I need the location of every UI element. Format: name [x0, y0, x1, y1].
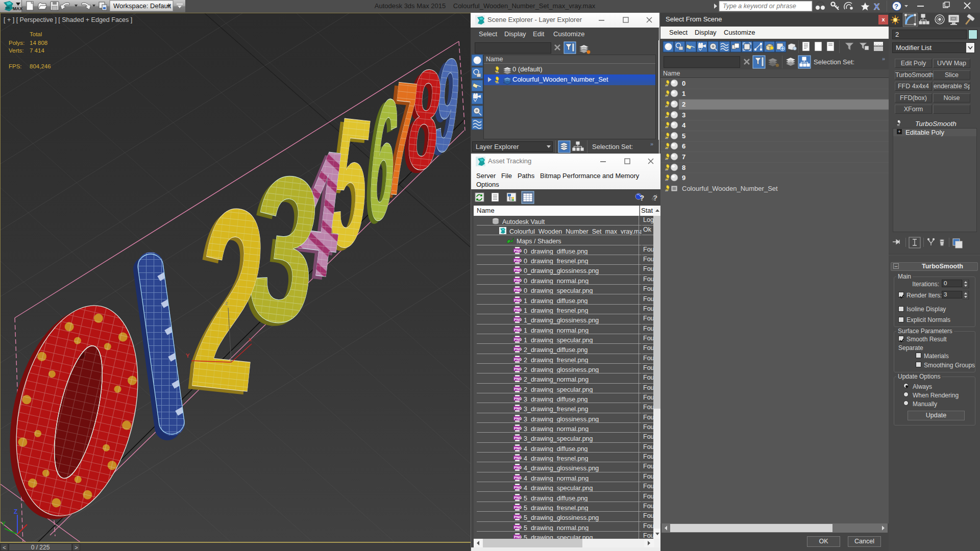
- svg-text:PNG: PNG: [514, 525, 522, 529]
- svg-text:1: 1: [682, 90, 685, 97]
- svg-text:PNG: PNG: [514, 427, 522, 430]
- svg-text:0: 0: [682, 80, 685, 87]
- svg-text:Z: Z: [14, 508, 17, 515]
- svg-text:PNG: PNG: [514, 397, 522, 400]
- svg-text:PNG: PNG: [514, 268, 522, 272]
- svg-text:2: 2: [682, 101, 685, 108]
- svg-text:PNG: PNG: [514, 506, 522, 509]
- svg-text:7: 7: [682, 153, 685, 161]
- svg-text:?: ?: [894, 3, 898, 10]
- svg-text:Type a keyword or phrase: Type a keyword or phrase: [723, 3, 796, 10]
- svg-text:PNG: PNG: [514, 288, 522, 292]
- svg-text:PNG: PNG: [514, 387, 522, 391]
- svg-text:9: 9: [682, 174, 685, 182]
- svg-text:PNG: PNG: [514, 279, 522, 282]
- svg-text:PNG: PNG: [514, 496, 522, 499]
- svg-text:»: »: [650, 141, 653, 147]
- svg-text:PNG: PNG: [514, 318, 522, 321]
- svg-text:PNG: PNG: [514, 515, 522, 519]
- svg-text:PNG: PNG: [514, 249, 522, 253]
- svg-text:MAX: MAX: [13, 6, 22, 11]
- svg-text:z: z: [225, 300, 228, 306]
- svg-text:Colourful_Wooden_Number_Set: Colourful_Wooden_Number_Set: [682, 185, 778, 192]
- svg-text:PNG: PNG: [514, 259, 522, 262]
- svg-text:PNG: PNG: [514, 367, 522, 371]
- svg-text:PNG: PNG: [514, 328, 522, 332]
- svg-text:Y: Y: [2, 520, 6, 528]
- svg-text:4: 4: [682, 121, 686, 129]
- svg-text:?: ?: [640, 193, 644, 202]
- svg-text:Selection Set:: Selection Set:: [592, 143, 633, 151]
- svg-text:Y: Y: [186, 353, 190, 359]
- svg-text:PNG: PNG: [514, 486, 522, 489]
- svg-text:PNG: PNG: [514, 436, 522, 440]
- svg-text:PNG: PNG: [514, 377, 522, 381]
- svg-text:PNG: PNG: [514, 456, 522, 460]
- svg-text:PNG: PNG: [514, 466, 522, 469]
- svg-text:PNG: PNG: [514, 407, 522, 410]
- svg-text:5: 5: [682, 132, 685, 140]
- svg-text:Workspace: Default: Workspace: Default: [113, 2, 172, 10]
- svg-text:3: 3: [682, 111, 685, 119]
- svg-text:8: 8: [682, 164, 685, 171]
- svg-text:PNG: PNG: [514, 298, 522, 302]
- svg-text:6: 6: [682, 142, 685, 150]
- svg-text:PNG: PNG: [514, 308, 522, 312]
- svg-text:PNG: PNG: [514, 535, 522, 539]
- svg-text:X: X: [874, 2, 880, 12]
- svg-text:PNG: PNG: [514, 476, 522, 480]
- svg-text:PNG: PNG: [514, 358, 522, 361]
- svg-text:PNG: PNG: [514, 446, 522, 450]
- svg-text:PNG: PNG: [514, 338, 522, 341]
- svg-text:x: x: [249, 336, 252, 342]
- svg-text:PNG: PNG: [514, 417, 522, 420]
- svg-text:PNG: PNG: [514, 347, 522, 351]
